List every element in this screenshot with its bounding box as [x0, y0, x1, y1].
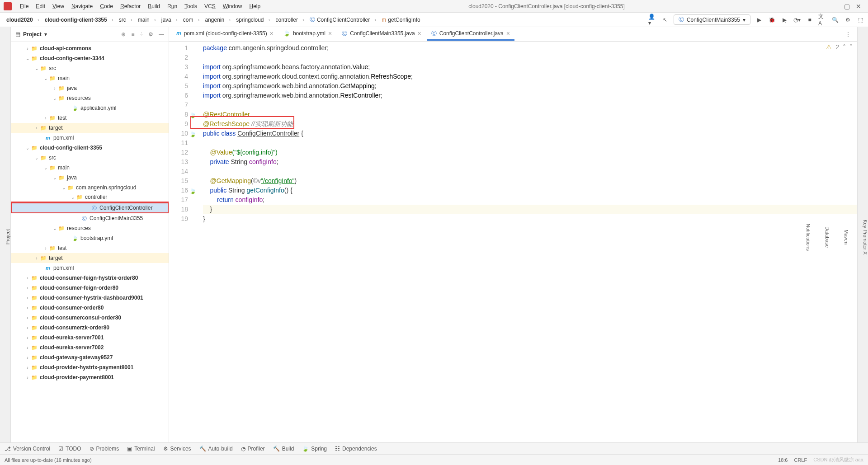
- close-icon[interactable]: ×: [270, 30, 274, 37]
- menu-refactor[interactable]: Refactor: [117, 3, 144, 9]
- warning-icon: ⚠: [826, 43, 832, 51]
- line-ending[interactable]: CRLF: [794, 457, 807, 463]
- tool-project[interactable]: Project: [5, 229, 10, 244]
- tool-deps[interactable]: ☷Dependencies: [335, 446, 377, 452]
- updates-icon[interactable]: ⬚: [856, 16, 864, 24]
- project-title: Project: [23, 31, 42, 38]
- close-button[interactable]: ✕: [853, 2, 864, 11]
- main-area: Project Bookmarks Structure ▤ Project ▾ …: [0, 27, 868, 442]
- menu-run[interactable]: Run: [164, 3, 181, 9]
- crumb-springcloud[interactable]: springcloud: [233, 17, 273, 23]
- tree-selected-file: ⒸConfigClientController: [11, 202, 169, 213]
- menu-bar: FFileile Edit View Navigate Code Refacto…: [0, 0, 868, 13]
- back-icon[interactable]: ↖: [661, 16, 669, 24]
- menu-view[interactable]: View: [49, 3, 68, 9]
- tab-bootstrap[interactable]: 🍃bootstrap.yml×: [279, 28, 336, 41]
- coverage-button[interactable]: ▶̣: [780, 16, 788, 24]
- maximize-button[interactable]: ▢: [841, 2, 853, 11]
- tool-todo[interactable]: ☑TODO: [58, 446, 81, 452]
- status-message: All files are up-to-date (16 minutes ago…: [5, 457, 92, 463]
- left-tool-stripe: Project Bookmarks Structure: [0, 27, 11, 442]
- tool-keypromoter[interactable]: Key Promoter X: [863, 220, 868, 255]
- window-title: cloud2020 - ConfigClientController.java …: [264, 3, 829, 9]
- tabs-more-icon[interactable]: ⋮: [842, 31, 854, 38]
- crumb-controller[interactable]: controller: [273, 17, 307, 23]
- close-icon[interactable]: ×: [506, 30, 510, 37]
- collapse-icon[interactable]: ÷: [140, 31, 143, 38]
- breadcrumb: cloud2020 cloud-config-client-3355 src m…: [4, 16, 428, 23]
- tool-vcs[interactable]: ⎇Version Control: [5, 446, 50, 452]
- crumb-java[interactable]: java: [159, 17, 180, 23]
- run-button[interactable]: ▶: [755, 16, 763, 24]
- tool-spring[interactable]: 🍃Spring: [302, 446, 327, 452]
- project-tool-window: ▤ Project ▾ ⊕ ≡ ÷ ⚙ — ›📁cloud-api-common…: [11, 27, 169, 442]
- code-body[interactable]: package com.angenin.springcloud.controll…: [192, 42, 857, 442]
- menu-vcs[interactable]: VCS: [201, 3, 219, 9]
- profile-button[interactable]: ◔▾: [793, 16, 801, 24]
- right-tool-stripe: Key Promoter X Maven Database Notificati…: [857, 27, 868, 442]
- tab-pom[interactable]: mpom.xml (cloud-config-client-3355)×: [172, 28, 278, 41]
- tool-profiler[interactable]: ◔Profiler: [241, 446, 265, 452]
- hide-icon[interactable]: —: [159, 31, 164, 38]
- project-header: ▤ Project ▾ ⊕ ≡ ÷ ⚙ —: [11, 27, 169, 42]
- tool-services[interactable]: ⚙Services: [163, 446, 191, 452]
- tool-problems[interactable]: ⊘Problems: [90, 446, 119, 452]
- tab-main3355[interactable]: ⒸConfigClientMain3355.java×: [337, 28, 426, 41]
- menu-window[interactable]: Window: [219, 3, 246, 9]
- close-icon[interactable]: ×: [418, 30, 421, 37]
- crumb-method[interactable]: m getConfigInfo: [379, 17, 427, 23]
- locate-icon[interactable]: ⊕: [121, 31, 126, 38]
- dropdown-icon[interactable]: ▾: [44, 31, 47, 38]
- code-editor[interactable]: 1234567 8🍃 9 10🍃 1112131415 16🍃 171819 p…: [169, 42, 857, 442]
- bottom-tool-bar: ⎇Version Control ☑TODO ⊘Problems ▣Termin…: [0, 442, 868, 454]
- search-icon[interactable]: 🔍: [831, 16, 839, 24]
- project-tree[interactable]: ›📁cloud-api-commons ⌄📁cloud-config-cente…: [11, 42, 169, 442]
- close-icon[interactable]: ×: [328, 30, 332, 37]
- tab-controller[interactable]: ⒸConfigClientController.java×: [427, 28, 514, 41]
- user-icon[interactable]: 👤▾: [648, 16, 656, 24]
- settings-icon[interactable]: ⚙: [844, 16, 852, 24]
- editor-tabs: mpom.xml (cloud-config-client-3355)× 🍃bo…: [169, 27, 857, 42]
- status-bar: All files are up-to-date (16 minutes ago…: [0, 454, 868, 465]
- caret-position[interactable]: 18:6: [778, 457, 788, 463]
- tool-build[interactable]: 🔨Build: [273, 446, 294, 452]
- crumb-src[interactable]: src: [116, 17, 135, 23]
- navigation-bar: cloud2020 cloud-config-client-3355 src m…: [0, 13, 868, 27]
- run-config-select[interactable]: ⒸConfigClientMain3355▾: [674, 14, 750, 25]
- crumb-class[interactable]: ⒸConfigClientController: [307, 16, 379, 23]
- folder-icon: ▤: [15, 31, 20, 38]
- menu-build[interactable]: Build: [144, 3, 164, 9]
- translate-icon[interactable]: 文A: [818, 16, 826, 24]
- inspection-widget[interactable]: ⚠2 ˄ ˅: [826, 43, 853, 51]
- watermark: CSDN @清风微凉 aaa: [813, 456, 863, 463]
- crumb-module[interactable]: cloud-config-client-3355: [42, 17, 116, 23]
- tool-autobuild[interactable]: 🔨Auto-build: [199, 446, 233, 452]
- tool-terminal[interactable]: ▣Terminal: [127, 446, 155, 452]
- gear-icon[interactable]: ⚙: [148, 31, 153, 38]
- expand-icon[interactable]: ≡: [131, 31, 134, 38]
- crumb-main[interactable]: main: [135, 17, 159, 23]
- line-gutter: 1234567 8🍃 9 10🍃 1112131415 16🍃 171819: [169, 42, 192, 442]
- minimize-button[interactable]: —: [829, 2, 841, 11]
- stop-button[interactable]: ■: [806, 16, 814, 24]
- menu-navigate[interactable]: Navigate: [68, 3, 96, 9]
- menu-tools[interactable]: Tools: [181, 3, 201, 9]
- app-logo-icon: [4, 2, 12, 10]
- chevron-up-icon[interactable]: ˄: [843, 43, 846, 51]
- crumb-com[interactable]: com: [180, 17, 203, 23]
- chevron-down-icon[interactable]: ˅: [849, 43, 853, 51]
- menu-help[interactable]: Help: [245, 3, 264, 9]
- crumb-angenin[interactable]: angenin: [202, 17, 233, 23]
- menu-edit[interactable]: Edit: [32, 3, 49, 9]
- crumb-project[interactable]: cloud2020: [4, 17, 42, 23]
- debug-button[interactable]: 🐞: [768, 16, 776, 24]
- menu-code[interactable]: Code: [96, 3, 117, 9]
- toolbar-right: 👤▾ ↖ ⒸConfigClientMain3355▾ ▶ 🐞 ▶̣ ◔▾ ■ …: [648, 14, 864, 25]
- editor-pane: mpom.xml (cloud-config-client-3355)× 🍃bo…: [169, 27, 857, 442]
- menu-file[interactable]: FFileile: [16, 3, 32, 9]
